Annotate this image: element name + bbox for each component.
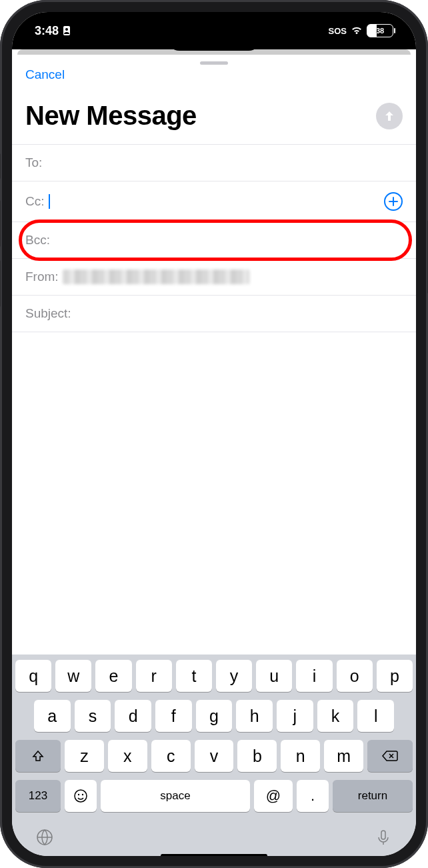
subject-input[interactable] [75, 306, 403, 321]
svg-point-4 [82, 794, 83, 795]
key-r[interactable]: r [136, 660, 172, 692]
backspace-icon [382, 750, 398, 762]
cc-field-row[interactable]: Cc: [12, 181, 416, 222]
to-label: To: [25, 155, 42, 170]
key-period[interactable]: . [297, 780, 329, 812]
dynamic-island [167, 27, 261, 51]
key-l[interactable]: l [357, 700, 394, 732]
key-h[interactable]: h [236, 700, 273, 732]
key-numbers[interactable]: 123 [15, 780, 61, 812]
key-f[interactable]: f [155, 700, 192, 732]
volume-down [0, 260, 1, 307]
compose-sheet: Cancel New Message To: Cc: [12, 61, 416, 856]
status-time: 3:48 [35, 24, 59, 38]
key-emoji[interactable] [65, 780, 97, 812]
cc-input[interactable] [50, 194, 385, 209]
arrow-up-icon [383, 109, 396, 123]
add-contact-button[interactable] [384, 192, 403, 211]
keyboard: q w e r t y u i o p a s d f g h [12, 655, 416, 856]
key-x[interactable]: x [108, 740, 147, 772]
key-u[interactable]: u [256, 660, 292, 692]
key-m[interactable]: m [324, 740, 363, 772]
svg-point-3 [78, 794, 79, 795]
send-button[interactable] [376, 103, 403, 129]
key-shift[interactable] [15, 740, 61, 772]
subject-label: Subject: [25, 306, 71, 321]
to-input[interactable] [46, 155, 403, 170]
home-indicator[interactable] [161, 854, 267, 856]
cc-label: Cc: [25, 194, 45, 209]
key-y[interactable]: y [216, 660, 252, 692]
mic-icon[interactable] [374, 828, 393, 847]
from-label: From: [25, 270, 59, 284]
bcc-field-row[interactable]: Bcc: [12, 222, 416, 259]
key-z[interactable]: z [65, 740, 104, 772]
key-n[interactable]: n [281, 740, 320, 772]
key-s[interactable]: s [75, 700, 111, 732]
key-at[interactable]: @ [254, 780, 293, 812]
compose-title: New Message [25, 101, 197, 131]
bcc-label: Bcc: [25, 233, 50, 248]
volume-up [0, 200, 1, 247]
key-v[interactable]: v [195, 740, 234, 772]
key-q[interactable]: q [15, 660, 51, 692]
shift-icon [31, 749, 45, 763]
screen: 3:48 SOS 38 Cancel New Message [12, 12, 416, 856]
key-d[interactable]: d [115, 700, 151, 732]
keyboard-row-2: a s d f g h j k l [15, 700, 413, 732]
svg-rect-6 [381, 831, 385, 839]
key-j[interactable]: j [277, 700, 313, 732]
key-e[interactable]: e [95, 660, 131, 692]
key-return[interactable]: return [333, 780, 413, 812]
svg-point-2 [75, 790, 87, 802]
to-field-row[interactable]: To: [12, 144, 416, 181]
key-k[interactable]: k [317, 700, 354, 732]
key-delete[interactable] [367, 740, 413, 772]
wifi-icon [351, 26, 363, 35]
key-o[interactable]: o [337, 660, 373, 692]
key-space[interactable]: space [101, 780, 250, 812]
phone-frame: 3:48 SOS 38 Cancel New Message [0, 0, 428, 868]
plus-icon [389, 197, 398, 206]
key-b[interactable]: b [237, 740, 277, 772]
key-p[interactable]: p [377, 660, 413, 692]
subject-field-row[interactable]: Subject: [12, 296, 416, 332]
bcc-input[interactable] [54, 233, 403, 248]
key-w[interactable]: w [55, 660, 91, 692]
keyboard-row-3: z x c v b n m [15, 740, 413, 772]
battery-indicator: 38 [367, 24, 393, 37]
key-t[interactable]: t [176, 660, 212, 692]
cancel-button[interactable]: Cancel [25, 67, 65, 81]
svg-point-1 [65, 28, 68, 31]
emoji-icon [73, 788, 89, 804]
contact-card-icon [61, 25, 72, 36]
from-field-row[interactable]: From: [12, 259, 416, 296]
globe-icon[interactable] [35, 828, 54, 847]
key-g[interactable]: g [196, 700, 233, 732]
keyboard-footer [15, 820, 413, 856]
key-i[interactable]: i [296, 660, 332, 692]
from-email-redacted [63, 270, 249, 284]
key-c[interactable]: c [151, 740, 191, 772]
keyboard-row-1: q w e r t y u i o p [15, 660, 413, 692]
silent-switch [0, 153, 1, 179]
sos-indicator: SOS [329, 26, 347, 36]
key-a[interactable]: a [34, 700, 71, 732]
keyboard-row-4: 123 space @ . return [15, 780, 413, 812]
